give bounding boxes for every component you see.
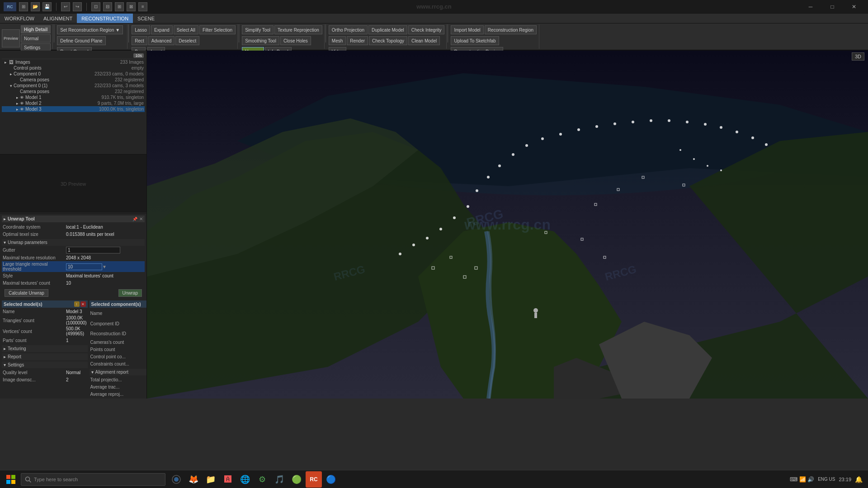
menu-alignment[interactable]: ALIGNMENT xyxy=(39,14,77,23)
tree-images[interactable]: ▸ 🖼 Images 233 Images xyxy=(2,59,145,65)
taskbar-app-cortana[interactable] xyxy=(168,471,184,488)
close-button[interactable]: ✕ xyxy=(844,0,864,14)
unwrap-action-button[interactable]: Unwrap xyxy=(118,289,142,297)
tree-model3[interactable]: ▸ 👁 Model 3 1000.0K tris, singleton xyxy=(2,106,145,112)
maximize-button[interactable]: □ xyxy=(822,0,843,14)
check-integrity-button[interactable]: Check Integrity xyxy=(408,25,445,34)
render-button[interactable]: Render xyxy=(347,36,368,45)
taskbar-app-green[interactable]: 🟢 xyxy=(288,471,305,488)
taskbar-app-app5[interactable]: ⚙ xyxy=(254,471,270,488)
visibility-icon[interactable]: 👁 xyxy=(20,95,24,100)
settings-section[interactable]: ▾ Settings xyxy=(2,361,88,368)
smoothing-button[interactable]: Smoothing Tool xyxy=(242,36,279,45)
unwrap-params-section[interactable]: ▾ Unwrap parameters xyxy=(2,239,145,246)
svg-point-21 xyxy=(559,133,562,136)
tree-control-points[interactable]: Control points empty xyxy=(2,65,145,71)
menu-reconstruction[interactable]: RECONSTRUCTION xyxy=(77,14,133,23)
panel-close-icon[interactable]: ✕ xyxy=(139,216,143,221)
start-button[interactable] xyxy=(2,471,20,488)
mesh-button[interactable]: Mesh xyxy=(329,36,346,45)
texture-reprojection-button[interactable]: Texture Reprojection xyxy=(274,25,322,34)
tree-component0[interactable]: ▸ Component 0 232/233 cams, 0 models xyxy=(2,71,145,77)
texturing-expand: ▸ xyxy=(4,346,6,351)
expand-button[interactable]: Expand xyxy=(151,25,173,34)
large-triangle-dropdown[interactable]: ▼ xyxy=(102,264,107,269)
minimize-button[interactable]: ─ xyxy=(800,0,821,14)
alignment-report-section[interactable]: ▾ Alignment report xyxy=(90,369,146,375)
unwrap-collapse-icon[interactable]: ▸ xyxy=(4,216,6,221)
simplify-button[interactable]: Simplify Tool xyxy=(242,25,274,34)
lasso-button[interactable]: Lasso xyxy=(132,25,150,34)
titlebar-left: RC ⊞ 📂 💾 ↩ ↪ ⊡ ⊟ ⊞ ⊠ ≡ xyxy=(4,2,147,11)
svg-point-32 xyxy=(751,136,754,139)
svg-rect-56 xyxy=(6,480,10,484)
language-indicator: ENG US xyxy=(818,477,835,482)
tree-camera-poses1[interactable]: Camera poses 232 registered xyxy=(2,89,145,94)
viewport-3d[interactable]: RRCG RRCG RRCG 3D www.rrcg.cn xyxy=(147,51,868,399)
texturing-section[interactable]: ▸ Texturing xyxy=(2,345,88,352)
tree-model1[interactable]: ▸ 👁 Model 1 910.7K tris, singleton xyxy=(2,94,145,100)
taskbar-app-app3[interactable]: 🅰 xyxy=(220,471,236,488)
layout4-icon[interactable]: ⊠ xyxy=(127,2,136,11)
layout1-icon[interactable]: ⊡ xyxy=(91,2,100,11)
calculate-unwrap-button[interactable]: Calculate Unwrap xyxy=(5,289,48,297)
menu-workflow[interactable]: WORKFLOW xyxy=(0,14,39,23)
svg-point-25 xyxy=(632,121,634,123)
taskbar-app-explorer[interactable]: 📁 xyxy=(203,471,219,488)
define-ground-button[interactable]: Define Ground Plane xyxy=(57,36,105,45)
taskbar-search[interactable]: Type here to search xyxy=(21,473,165,486)
layout5-icon[interactable]: ≡ xyxy=(138,2,147,11)
rect-button[interactable]: Rect xyxy=(132,36,147,45)
redo-icon[interactable]: ↪ xyxy=(73,2,82,11)
visibility-icon2[interactable]: 👁 xyxy=(20,101,24,106)
svg-point-37 xyxy=(720,169,722,171)
model-parts-row: Parts' count 1 xyxy=(2,337,88,344)
deselect-button[interactable]: Deselect xyxy=(175,36,199,45)
filter-selection-button[interactable]: Filter Selection xyxy=(199,25,236,34)
large-triangle-input[interactable] xyxy=(66,263,102,270)
taskbar-app-browser[interactable]: 🌐 xyxy=(237,471,253,488)
check-topology-button[interactable]: Check Topology xyxy=(369,36,407,45)
close-holes-button[interactable]: Close Holes xyxy=(280,36,311,45)
ortho-button[interactable]: Ortho Projection xyxy=(329,25,368,34)
report-section[interactable]: ▸ Report xyxy=(2,353,88,360)
visibility-icon3[interactable]: 👁 xyxy=(20,107,24,112)
pin-icon[interactable]: 📌 xyxy=(132,217,137,221)
save-icon[interactable]: 💾 xyxy=(42,2,52,11)
left-panel: 10s ▸ 🖼 Images 233 Images Control points… xyxy=(0,51,147,399)
layout2-icon[interactable]: ⊟ xyxy=(103,2,112,11)
normal-detail-button[interactable]: Normal xyxy=(21,34,51,42)
preview-button[interactable]: Preview xyxy=(2,29,20,47)
layout3-icon[interactable]: ⊞ xyxy=(115,2,124,11)
toolbar-process: Preview High Detail Normal Settings Colo… xyxy=(0,24,53,49)
tree-model2[interactable]: ▸ 👁 Model 2 9 parts, 7.0M tris, large xyxy=(2,100,145,106)
search-placeholder: Type here to search xyxy=(34,477,78,482)
gutter-input[interactable] xyxy=(66,247,120,253)
tree-component1[interactable]: ▾ Component 0 (1) 232/233 cams, 3 models xyxy=(2,83,145,89)
large-triangle-row: Large triangle removal threshold ▼ xyxy=(2,261,145,272)
clean-model-button[interactable]: Clean Model xyxy=(408,36,440,45)
reconstruction-region-button[interactable]: Reconstruction Region xyxy=(485,25,537,34)
set-reconstruction-button[interactable]: Set Reconstruction Region ▼ xyxy=(57,25,123,34)
model-close-icon[interactable]: ✕ xyxy=(80,301,86,307)
taskbar-app-red[interactable]: RC xyxy=(306,471,322,488)
advanced-button[interactable]: Advanced xyxy=(148,36,175,45)
taskbar-app-blue[interactable]: 🔵 xyxy=(323,471,339,488)
taskbar-app-firefox[interactable]: 🦊 xyxy=(185,471,202,488)
duplicate-button[interactable]: Duplicate Model xyxy=(368,25,407,34)
svg-point-19 xyxy=(525,144,528,147)
undo-icon[interactable]: ↩ xyxy=(61,2,70,11)
high-detail-button[interactable]: High Detail xyxy=(21,25,51,33)
new-icon[interactable]: ⊞ xyxy=(19,2,28,11)
open-icon[interactable]: 📂 xyxy=(31,2,40,11)
tree-camera-poses0[interactable]: Camera poses 232 registered xyxy=(2,77,145,83)
import-model-button[interactable]: Import Model xyxy=(451,25,483,34)
svg-point-20 xyxy=(541,137,544,140)
upload-sketchfab-button[interactable]: Upload To Sketchfab xyxy=(451,36,499,45)
select-all-button[interactable]: Select All xyxy=(174,25,198,34)
svg-point-14 xyxy=(467,205,469,208)
scene-tree: 10s ▸ 🖼 Images 233 Images Control points… xyxy=(0,51,146,155)
menu-scene[interactable]: SCENE xyxy=(133,14,159,23)
taskbar-app-music[interactable]: 🎵 xyxy=(271,471,288,488)
notification-icon[interactable]: 🔔 xyxy=(855,476,863,483)
